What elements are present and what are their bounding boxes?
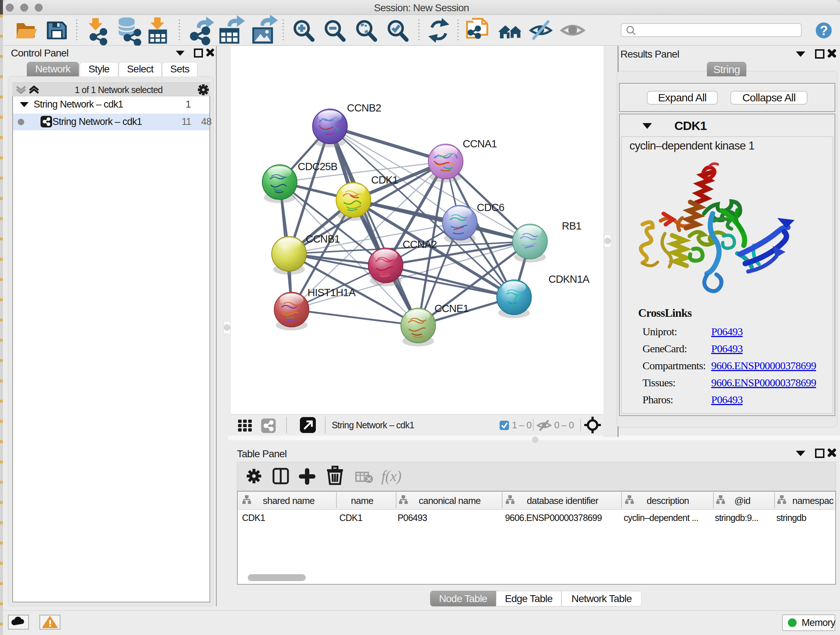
svg-text:0 – 0: 0 – 0 bbox=[554, 420, 574, 431]
svg-text:description: description bbox=[647, 495, 689, 506]
svg-text:CDKN1A: CDKN1A bbox=[548, 273, 590, 285]
svg-text:CCNB2: CCNB2 bbox=[347, 102, 381, 114]
svg-text:?: ? bbox=[820, 23, 827, 38]
svg-text:CCNE1: CCNE1 bbox=[434, 302, 469, 314]
svg-text:shared name: shared name bbox=[263, 495, 315, 506]
svg-text:String Network – cdk1: String Network – cdk1 bbox=[332, 420, 414, 430]
svg-text:1 – 0: 1 – 0 bbox=[512, 420, 531, 431]
svg-text:CDK1: CDK1 bbox=[371, 174, 398, 186]
svg-text:@id: @id bbox=[734, 495, 750, 506]
svg-text:CCNA1: CCNA1 bbox=[463, 138, 497, 149]
svg-text:canonical name: canonical name bbox=[419, 495, 481, 506]
svg-text:f(x): f(x) bbox=[381, 468, 401, 485]
svg-text:namespac: namespac bbox=[792, 495, 834, 506]
svg-text:HIST1H1A: HIST1H1A bbox=[308, 287, 356, 298]
svg-text:CCNB1: CCNB1 bbox=[306, 233, 340, 245]
svg-text:CCNA2: CCNA2 bbox=[403, 239, 437, 250]
svg-text:CDC25B: CDC25B bbox=[298, 161, 338, 172]
svg-text:name: name bbox=[351, 495, 373, 506]
svg-text:1 of 1 Network selected: 1 of 1 Network selected bbox=[75, 85, 163, 95]
svg-text:RB1: RB1 bbox=[562, 220, 581, 232]
svg-text:CDC6: CDC6 bbox=[477, 202, 504, 213]
svg-text:database identifier: database identifier bbox=[527, 495, 598, 506]
